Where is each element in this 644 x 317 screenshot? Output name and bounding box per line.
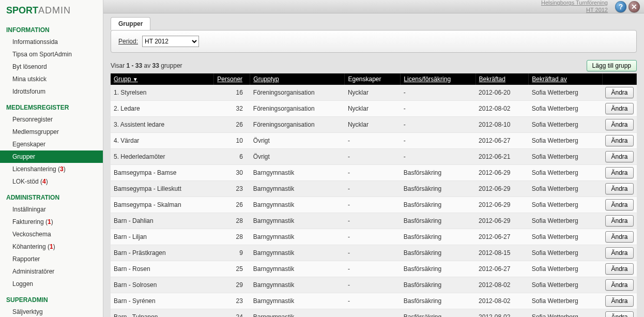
nav-item[interactable]: Fakturering (1) — [0, 216, 103, 228]
nav-item[interactable]: Loggen — [0, 278, 103, 290]
cell-persons: 28 — [214, 229, 250, 245]
nav-item[interactable]: Egenskaper — [0, 138, 103, 150]
cell-properties: Nycklar — [345, 101, 401, 117]
add-group-button[interactable]: Lägg till grupp — [587, 60, 637, 71]
table-row[interactable]: Barn - Prästkragen9Barngymnastik-Basförs… — [111, 245, 637, 261]
cell-confirmed: 2012-08-02 — [476, 101, 529, 117]
close-icon[interactable]: ✕ — [628, 1, 640, 12]
cell-grouptype: Barngymnastik — [250, 213, 345, 229]
col-properties[interactable]: Egenskaper — [345, 73, 401, 85]
cell-properties: - — [345, 309, 401, 318]
table-row[interactable]: Bamsegympa - Skalman26Barngymnastik-Basf… — [111, 197, 637, 213]
cell-confirmed-by: Sofia Wetterberg — [529, 293, 603, 309]
col-group[interactable]: Grupp ▼ — [111, 73, 214, 85]
cell-confirmed-by: Sofia Wetterberg — [529, 261, 603, 277]
nav-item[interactable]: Säljverktyg — [0, 306, 103, 317]
table-row[interactable]: Barn - Syrénen23Barngymnastik-Basförsäkr… — [111, 293, 637, 309]
table-row[interactable]: Barn - Tulpanen24Barngymnastik-Basförsäk… — [111, 309, 637, 318]
cell-confirmed-by: Sofia Wetterberg — [529, 101, 603, 117]
nav-item[interactable]: LOK-stöd (4) — [0, 175, 103, 188]
edit-button[interactable]: Ändra — [605, 103, 633, 114]
col-persons[interactable]: Personer — [214, 73, 250, 85]
nav-item[interactable]: Grupper — [0, 150, 103, 163]
cell-confirmed: 2012-08-10 — [476, 117, 529, 133]
table-row[interactable]: 4. Värdar10Övrigt--2012-06-27Sofia Wette… — [111, 133, 637, 149]
cell-confirmed: 2012-06-29 — [476, 165, 529, 181]
logo: SPORTADMIN — [0, 5, 103, 20]
nav-item[interactable]: Personregister — [0, 113, 103, 126]
edit-button[interactable]: Ändra — [605, 151, 633, 162]
cell-confirmed: 2012-06-27 — [476, 261, 529, 277]
nav-item[interactable]: Tipsa om SportAdmin — [0, 48, 103, 61]
table-row[interactable]: 5. Hederledamöter6Övrigt--2012-06-21Sofi… — [111, 149, 637, 165]
edit-button[interactable]: Ändra — [605, 279, 633, 291]
table-row[interactable]: 2. Ledare32FöreningsorganisationNycklar-… — [111, 101, 637, 117]
cell-properties: - — [345, 245, 401, 261]
edit-button[interactable]: Ändra — [605, 135, 633, 146]
col-grouptype[interactable]: Grupptyp — [250, 73, 345, 85]
edit-button[interactable]: Ändra — [605, 87, 633, 98]
nav-item[interactable]: Medlemsgrupper — [0, 126, 103, 138]
edit-button[interactable]: Ändra — [605, 247, 633, 259]
col-confirmed[interactable]: Bekräftad — [476, 73, 529, 85]
cell-confirmed: 2012-06-29 — [476, 197, 529, 213]
cell-group: Bamsegympa - Lilleskutt — [111, 181, 214, 197]
cell-persons: 32 — [214, 101, 250, 117]
period-label: Period: — [118, 38, 138, 45]
period-select[interactable]: HT 2012 — [142, 36, 199, 47]
cell-action: Ändra — [602, 261, 636, 277]
edit-button[interactable]: Ändra — [605, 311, 633, 317]
cell-grouptype: Barngymnastik — [250, 261, 345, 277]
nav-item[interactable]: Administratörer — [0, 265, 103, 278]
org-info[interactable]: Helsingborgs Turnförening HT 2012 — [541, 0, 608, 13]
cell-action: Ändra — [602, 181, 636, 197]
table-row[interactable]: Barn - Rosen25Barngymnastik-Basförsäkrin… — [111, 261, 637, 277]
nav-item[interactable]: Rapporter — [0, 253, 103, 265]
table-row[interactable]: 1. Styrelsen16FöreningsorganisationNyckl… — [111, 85, 637, 101]
topbar: Helsingborgs Turnförening HT 2012 ? ✕ — [103, 0, 644, 13]
tab-grupper[interactable]: Grupper — [111, 17, 150, 30]
table-row[interactable]: 3. Assistent ledare26Föreningsorganisati… — [111, 117, 637, 133]
cell-action: Ändra — [602, 101, 636, 117]
cell-action: Ändra — [602, 165, 636, 181]
edit-button[interactable]: Ändra — [605, 183, 633, 194]
cell-confirmed-by: Sofia Wetterberg — [529, 133, 603, 149]
nav-item[interactable]: Veckoschema — [0, 228, 103, 240]
cell-properties: - — [345, 261, 401, 277]
sort-desc-icon: ▼ — [133, 77, 138, 82]
nav-item[interactable]: Köhantering (1) — [0, 240, 103, 253]
table-row[interactable]: Bamsegympa - Bamse30Barngymnastik-Basför… — [111, 165, 637, 181]
nav-item[interactable]: Licenshantering (3) — [0, 163, 103, 175]
table-row[interactable]: Barn - Dahlian28Barngymnastik-Basförsäkr… — [111, 213, 637, 229]
cell-confirmed: 2012-06-20 — [476, 85, 529, 101]
table-row[interactable]: Barn - Solrosen29Barngymnastik-Basförsäk… — [111, 277, 637, 293]
nav-item[interactable]: Informationssida — [0, 36, 103, 48]
edit-button[interactable]: Ändra — [605, 167, 633, 178]
table-row[interactable]: Barn - Liljan28Barngymnastik-Basförsäkri… — [111, 229, 637, 245]
col-confirmed-by[interactable]: Bekräftad av — [529, 73, 603, 85]
help-icon[interactable]: ? — [615, 1, 626, 12]
cell-grouptype: Föreningsorganisation — [250, 101, 345, 117]
cell-action: Ändra — [602, 149, 636, 165]
nav-item[interactable]: Inställningar — [0, 203, 103, 216]
edit-button[interactable]: Ändra — [605, 231, 633, 243]
cell-group: Bamsegympa - Bamse — [111, 165, 214, 181]
edit-button[interactable]: Ändra — [605, 295, 633, 307]
nav-item[interactable]: Mina utskick — [0, 73, 103, 85]
col-license[interactable]: Licens/försäkring — [401, 73, 476, 85]
nav-heading: ADMINISTRATION — [0, 188, 103, 203]
edit-button[interactable]: Ändra — [605, 199, 633, 210]
cell-action: Ändra — [602, 133, 636, 149]
nav-item[interactable]: Idrottsforum — [0, 85, 103, 98]
cell-properties: - — [345, 133, 401, 149]
edit-button[interactable]: Ändra — [605, 119, 633, 130]
nav-item[interactable]: Byt lösenord — [0, 61, 103, 73]
cell-license: Basförsäkring — [401, 165, 476, 181]
edit-button[interactable]: Ändra — [605, 263, 633, 275]
cell-persons: 26 — [214, 197, 250, 213]
edit-button[interactable]: Ändra — [605, 215, 633, 227]
cell-confirmed: 2012-06-27 — [476, 229, 529, 245]
table-row[interactable]: Bamsegympa - Lilleskutt23Barngymnastik-B… — [111, 181, 637, 197]
cell-persons: 28 — [214, 213, 250, 229]
cell-confirmed: 2012-08-02 — [476, 309, 529, 318]
